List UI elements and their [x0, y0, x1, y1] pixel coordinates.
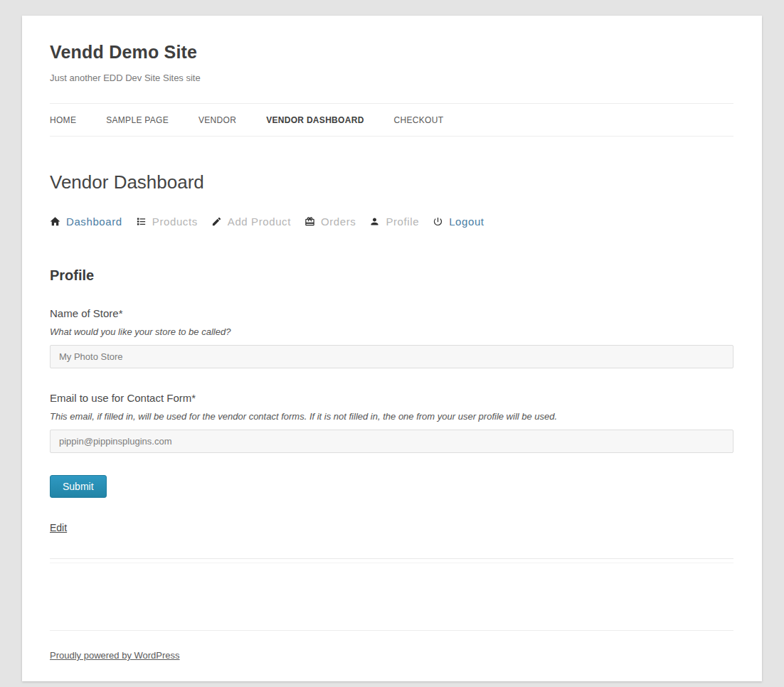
store-name-input[interactable] [50, 345, 733, 368]
vendor-nav-dashboard[interactable]: Dashboard [50, 215, 122, 228]
nav-item-home[interactable]: HOME [50, 115, 76, 125]
contact-email-input[interactable] [50, 430, 733, 453]
store-name-description: What would you like your store to be cal… [50, 326, 733, 337]
profile-section: Profile Name of Store* What would you li… [50, 267, 733, 534]
edit-link[interactable]: Edit [50, 522, 67, 533]
nav-item-vendor[interactable]: VENDOR [198, 115, 236, 125]
power-icon [433, 216, 443, 227]
vendor-nav-add-product[interactable]: Add Product [211, 215, 291, 228]
contact-email-description: This email, if filled in, will be used f… [50, 411, 733, 422]
user-icon [369, 216, 380, 227]
submit-button[interactable]: Submit [50, 475, 107, 498]
site-footer: Proudly powered by WordPress [50, 631, 733, 661]
gift-icon [304, 216, 315, 227]
site-title[interactable]: Vendd Demo Site [50, 42, 733, 63]
site-header: Vendd Demo Site Just another EDD Dev Sit… [50, 42, 733, 83]
site-tagline: Just another EDD Dev Site Sites site [50, 73, 733, 83]
divider [50, 563, 733, 563]
nav-item-vendor-dashboard[interactable]: VENDOR DASHBOARD [266, 115, 364, 125]
contact-email-label: Email to use for Contact Form* [50, 392, 733, 404]
home-icon [50, 216, 60, 227]
vendor-nav-products[interactable]: Products [136, 215, 198, 228]
vendor-dashboard-nav: Dashboard Products Add Product Orders [50, 215, 733, 228]
primary-nav: HOME SAMPLE PAGE VENDOR VENDOR DASHBOARD… [50, 104, 733, 137]
vendor-nav-label: Products [152, 215, 198, 228]
store-name-label: Name of Store* [50, 307, 733, 319]
vendor-nav-label: Dashboard [66, 215, 122, 228]
vendor-nav-label: Orders [321, 215, 356, 228]
page-title: Vendor Dashboard [50, 171, 733, 193]
vendor-nav-label: Logout [449, 215, 484, 228]
vendor-nav-label: Profile [386, 215, 419, 228]
divider [50, 558, 733, 559]
nav-item-checkout[interactable]: CHECKOUT [394, 115, 444, 125]
wordpress-credit-link[interactable]: Proudly powered by WordPress [50, 650, 180, 661]
vendor-nav-profile[interactable]: Profile [369, 215, 419, 228]
profile-heading: Profile [50, 267, 733, 284]
pencil-icon [211, 216, 222, 227]
main-content: Vendor Dashboard Dashboard Products Add … [50, 171, 733, 563]
nav-item-sample-page[interactable]: SAMPLE PAGE [106, 115, 169, 125]
vendor-nav-logout[interactable]: Logout [433, 215, 484, 228]
vendor-nav-label: Add Product [228, 215, 291, 228]
list-icon [136, 216, 147, 227]
vendor-nav-orders[interactable]: Orders [304, 215, 356, 228]
site-card: Vendd Demo Site Just another EDD Dev Sit… [22, 16, 762, 681]
